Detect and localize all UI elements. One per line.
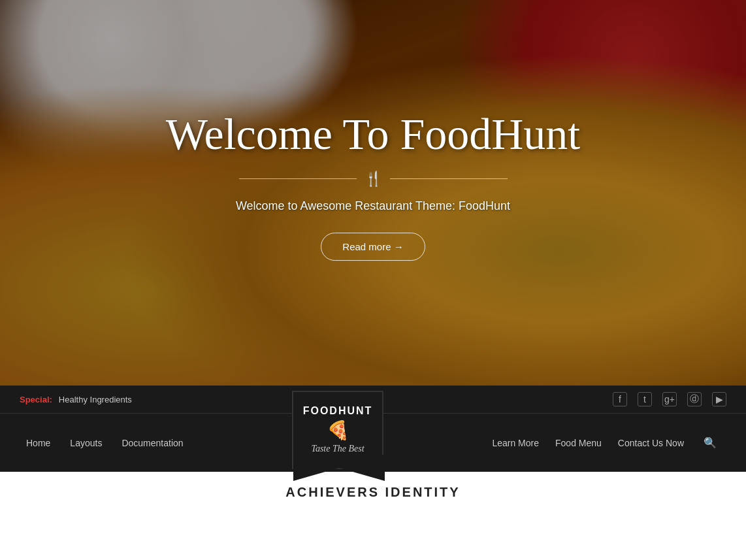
divider-line-right — [390, 178, 508, 179]
search-button[interactable]: 🔍 — [700, 433, 720, 452]
nav-contact-us[interactable]: Contact Us Now — [618, 435, 684, 452]
nav-right: Learn More Food Menu Contact Us Now 🔍 — [492, 433, 720, 452]
nav-layouts[interactable]: Layouts — [70, 435, 102, 452]
facebook-icon[interactable]: f — [613, 392, 627, 406]
youtube-icon[interactable]: ▶ — [712, 392, 726, 406]
logo-tagline: Taste The Best — [311, 444, 364, 454]
nav-left: Home Layouts Documentation — [26, 435, 184, 452]
nav-food-menu[interactable]: Food Menu — [555, 435, 602, 452]
hero-content: Welcome To FoodHunt 🍴 Welcome to Awesome… — [144, 110, 602, 261]
nav-documentation[interactable]: Documentation — [122, 435, 183, 452]
logo-text: FOODHUNT — [303, 405, 373, 417]
nav-learn-more[interactable]: Learn More — [492, 435, 539, 452]
brand-name: ACHIEVERS IDENTITY — [0, 485, 746, 500]
googleplus-icon[interactable]: g+ — [662, 392, 677, 406]
ticker-label: Special: — [20, 395, 52, 404]
twitter-icon[interactable]: t — [638, 392, 652, 406]
read-more-button[interactable]: Read more → — [321, 233, 425, 261]
divider-line-left — [239, 178, 357, 179]
instagram-icon[interactable]: ⓓ — [687, 392, 702, 406]
ticker-text: Healthy Ingredients — [59, 395, 132, 404]
nav-home[interactable]: Home — [26, 435, 50, 452]
navbar: Home Layouts Documentation FOODHUNT 🍕 Ta… — [0, 413, 746, 472]
social-icons: f t g+ ⓓ ▶ — [613, 392, 726, 406]
logo-box: FOODHUNT 🍕 Taste The Best — [292, 391, 383, 469]
logo-container: FOODHUNT 🍕 Taste The Best — [292, 391, 383, 482]
hero-title: Welcome To FoodHunt — [144, 110, 602, 159]
ticker-left: Special: Healthy Ingredients — [20, 395, 132, 404]
logo-icon: 🍕 — [327, 420, 349, 441]
hero-subtitle: Welcome to Awesome Restaurant Theme: Foo… — [144, 199, 602, 213]
cutlery-icon: 🍴 — [365, 171, 382, 188]
hero-divider: 🍴 — [144, 171, 602, 188]
hero-section: Welcome To FoodHunt 🍴 Welcome to Awesome… — [0, 0, 746, 386]
